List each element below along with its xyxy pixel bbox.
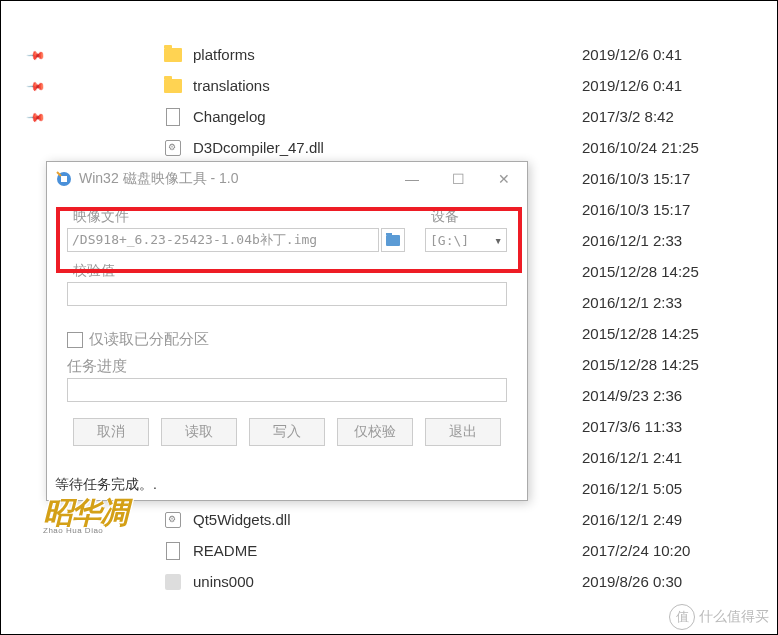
file-icon [161,108,185,126]
file-date: 2016/12/1 2:33 [582,232,777,249]
file-row[interactable]: 📌translations2019/12/6 0:41 [1,70,777,101]
file-name: D3Dcompiler_47.dll [193,139,582,156]
file-date: 2019/12/6 0:41 [582,77,777,94]
verify-button[interactable]: 仅校验 [337,418,413,446]
file-date: 2015/12/28 14:25 [582,263,777,280]
file-date: 2014/9/23 2:36 [582,387,777,404]
pin-icon: 📌 [1,110,71,124]
progress-label: 任务进度 [67,357,507,376]
watermark-right: 值 什么值得买 [669,604,769,630]
file-date: 2016/10/24 21:25 [582,139,777,156]
file-date: 2017/3/2 8:42 [582,108,777,125]
write-button[interactable]: 写入 [249,418,325,446]
file-date: 2016/12/1 2:49 [582,511,777,528]
dialog-titlebar[interactable]: Win32 磁盘映像工具 - 1.0 — ☐ ✕ [47,162,527,196]
file-date: 2017/3/6 11:33 [582,418,777,435]
file-date: 2016/12/1 2:41 [582,449,777,466]
dialog-body: 映像文件 设备 [G:\] 校验值 仅读取已分配分区 任务进度 [47,196,527,458]
read-button[interactable]: 读取 [161,418,237,446]
device-label: 设备 [425,208,507,226]
folder-icon [386,235,400,246]
file-name: platforms [193,46,582,63]
read-only-checkbox[interactable] [67,332,83,348]
file-row[interactable]: 📌platforms2019/12/6 0:41 [1,39,777,70]
maximize-button[interactable]: ☐ [435,164,481,194]
disk-imager-dialog: Win32 磁盘映像工具 - 1.0 — ☐ ✕ 映像文件 设备 [G:\] [46,161,528,501]
folder-icon [161,79,185,93]
progress-bar [67,378,507,402]
file-date: 2019/12/6 0:41 [582,46,777,63]
image-file-label: 映像文件 [67,208,405,226]
file-name: Qt5Widgets.dll [193,511,582,528]
dll-icon [161,140,185,156]
file-date: 2015/12/28 14:25 [582,356,777,373]
app-icon [161,574,185,590]
file-row[interactable]: D3Dcompiler_47.dll2016/10/24 21:25 [1,132,777,163]
status-text: 等待任务完成。. [55,476,157,494]
svg-rect-1 [61,176,67,182]
app-icon [55,170,73,188]
dialog-title: Win32 磁盘映像工具 - 1.0 [79,170,389,188]
read-only-label: 仅读取已分配分区 [89,330,209,349]
checksum-input[interactable] [67,282,507,306]
folder-icon [161,48,185,62]
file-date: 2017/2/24 10:20 [582,542,777,559]
file-date: 2016/10/3 15:17 [582,201,777,218]
close-button[interactable]: ✕ [481,164,527,194]
exit-button[interactable]: 退出 [425,418,501,446]
file-row[interactable]: README2017/2/24 10:20 [1,535,777,566]
file-date: 2016/12/1 5:05 [582,480,777,497]
dll-icon [161,512,185,528]
file-name: unins000 [193,573,582,590]
file-name: translations [193,77,582,94]
file-name: Changelog [193,108,582,125]
file-row[interactable]: unins0002019/8/26 0:30 [1,566,777,597]
pin-icon: 📌 [1,79,71,93]
checksum-label: 校验值 [67,262,507,280]
watermark-badge: 值 [669,604,695,630]
file-date: 2019/8/26 0:30 [582,573,777,590]
file-date: 2016/10/3 15:17 [582,170,777,187]
watermark-logo: 昭华凋 Zhao Hua Diao [43,499,153,535]
pin-icon: 📌 [1,48,71,62]
file-date: 2016/12/1 2:33 [582,294,777,311]
device-select[interactable]: [G:\] [425,228,507,252]
file-row[interactable]: 📌Changelog2017/3/2 8:42 [1,101,777,132]
browse-button[interactable] [381,228,405,252]
file-icon [161,542,185,560]
file-date: 2015/12/28 14:25 [582,325,777,342]
image-file-input[interactable] [67,228,379,252]
file-name: README [193,542,582,559]
minimize-button[interactable]: — [389,164,435,194]
cancel-button[interactable]: 取消 [73,418,149,446]
